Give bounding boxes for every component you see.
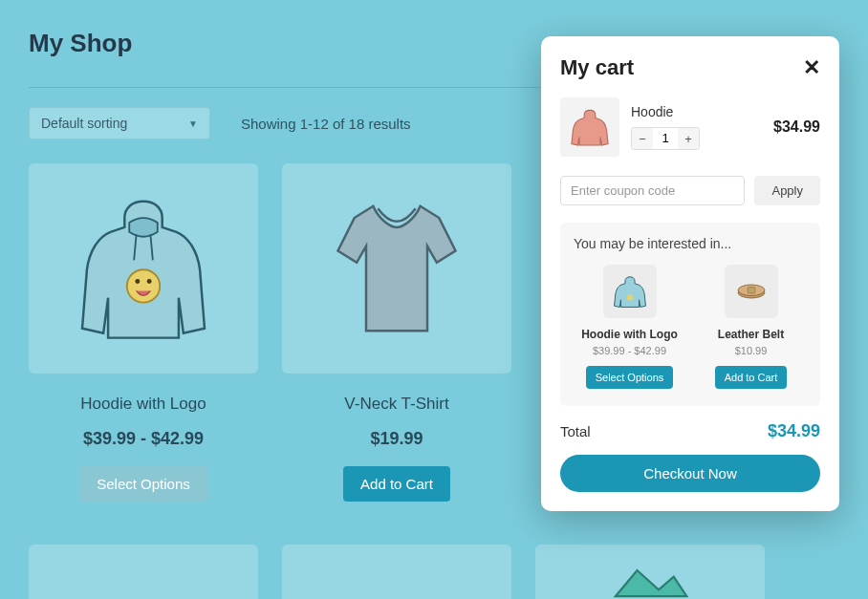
suggestions-heading: You may be interested in... bbox=[574, 236, 807, 251]
tshirt-icon bbox=[325, 192, 468, 345]
total-label: Total bbox=[560, 423, 591, 439]
suggestions-grid: Hoodie with Logo $39.99 - $42.99 Select … bbox=[574, 265, 807, 389]
product-image[interactable] bbox=[29, 545, 258, 599]
suggestion-select-options-button[interactable]: Select Options bbox=[586, 366, 674, 389]
cart-item-thumb bbox=[560, 97, 619, 157]
close-icon[interactable]: ✕ bbox=[803, 57, 820, 78]
cart-panel: My cart ✕ Hoodie − 1 + $34.99 Apply You … bbox=[541, 36, 839, 511]
quantity-stepper: − 1 + bbox=[631, 127, 700, 150]
qty-decrease-button[interactable]: − bbox=[632, 128, 653, 149]
total-value: $34.99 bbox=[768, 421, 820, 441]
belt-icon bbox=[733, 273, 770, 310]
suggestions-box: You may be interested in... Hoodie with … bbox=[560, 223, 820, 406]
product-name: V-Neck T-Shirt bbox=[282, 395, 511, 414]
sort-label: Default sorting bbox=[41, 116, 127, 131]
suggestion-price: $39.99 - $42.99 bbox=[574, 345, 685, 356]
select-options-button[interactable]: Select Options bbox=[79, 466, 207, 502]
coupon-input[interactable] bbox=[560, 176, 745, 205]
suggestion-name: Hoodie with Logo bbox=[574, 328, 685, 341]
svg-point-3 bbox=[135, 279, 140, 284]
product-image[interactable] bbox=[29, 163, 258, 374]
svg-point-5 bbox=[626, 294, 632, 300]
cart-item-name: Hoodie bbox=[631, 104, 762, 119]
product-name: Hoodie with Logo bbox=[29, 395, 258, 414]
coupon-row: Apply bbox=[560, 176, 820, 205]
cart-header: My cart ✕ bbox=[560, 55, 820, 80]
add-to-cart-button[interactable]: Add to Cart bbox=[343, 466, 450, 502]
qty-increase-button[interactable]: + bbox=[678, 128, 699, 149]
hoodie-icon bbox=[612, 273, 648, 310]
total-row: Total $34.99 bbox=[560, 421, 820, 441]
sort-dropdown[interactable]: Default sorting ▼ bbox=[29, 107, 210, 139]
product-card: V-Neck T-Shirt $19.99 Add to Cart bbox=[282, 163, 511, 502]
product-price: $39.99 - $42.99 bbox=[29, 429, 258, 449]
svg-rect-8 bbox=[748, 288, 755, 293]
suggestion-card: Leather Belt $10.99 Add to Cart bbox=[695, 265, 807, 389]
product-image[interactable] bbox=[282, 545, 511, 599]
product-grid-row-2 bbox=[29, 545, 839, 599]
hoodie-icon bbox=[72, 192, 215, 345]
cart-item-details: Hoodie − 1 + bbox=[631, 104, 762, 150]
product-card: Hoodie with Logo $39.99 - $42.99 Select … bbox=[29, 163, 258, 502]
cart-item-price: $34.99 bbox=[773, 118, 820, 136]
qty-value: 1 bbox=[653, 128, 678, 149]
chevron-down-icon: ▼ bbox=[188, 118, 198, 129]
suggestion-add-to-cart-button[interactable]: Add to Cart bbox=[715, 366, 788, 389]
suggestion-thumb[interactable] bbox=[725, 265, 778, 318]
product-image[interactable] bbox=[282, 163, 511, 374]
hoodie-icon bbox=[569, 106, 611, 148]
svg-point-4 bbox=[147, 279, 152, 284]
suggestion-name: Leather Belt bbox=[695, 328, 807, 341]
results-count: Showing 1-12 of 18 results bbox=[241, 116, 411, 132]
product-image[interactable] bbox=[535, 545, 765, 599]
checkout-button[interactable]: Checkout Now bbox=[560, 455, 820, 492]
svg-point-2 bbox=[127, 269, 160, 302]
cart-item: Hoodie − 1 + $34.99 bbox=[560, 97, 820, 157]
cart-title: My cart bbox=[560, 55, 634, 80]
apply-coupon-button[interactable]: Apply bbox=[754, 176, 820, 205]
suggestion-price: $10.99 bbox=[695, 345, 807, 356]
suggestion-card: Hoodie with Logo $39.99 - $42.99 Select … bbox=[574, 265, 685, 389]
product-price: $19.99 bbox=[282, 429, 511, 449]
suggestion-thumb[interactable] bbox=[603, 265, 657, 318]
product-icon bbox=[607, 562, 693, 600]
